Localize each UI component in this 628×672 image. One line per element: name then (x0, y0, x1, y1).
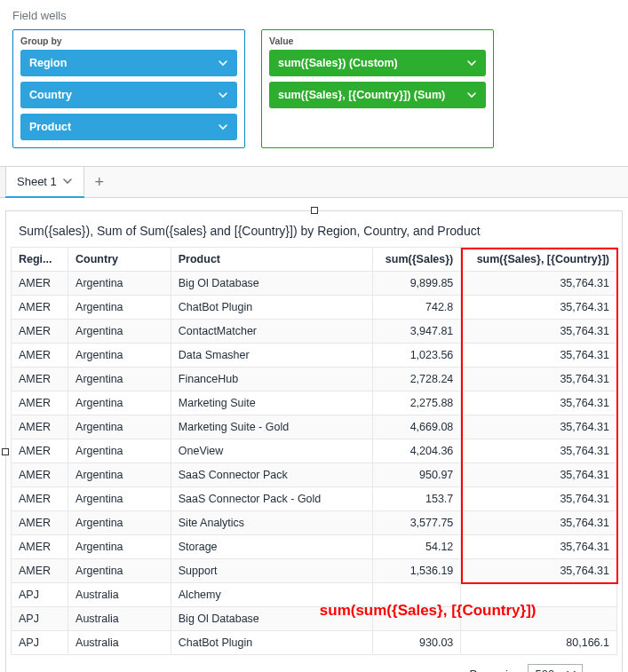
cell-country: Australia (68, 631, 171, 655)
resize-handle-top[interactable] (311, 207, 318, 214)
col-header-sum-sales[interactable]: sum({Sales}) (373, 248, 461, 272)
pager-first-icon[interactable]: « (590, 668, 600, 673)
cell-region: AMER (12, 487, 68, 511)
page-size-value: 500 (536, 668, 555, 672)
cell-country: Argentina (68, 391, 171, 415)
cell-country: Argentina (68, 415, 171, 439)
cell-sumSalesCountry (461, 607, 617, 631)
cell-sumSalesCountry: 35,764.31 (461, 559, 617, 583)
cell-country: Argentina (68, 559, 171, 583)
cell-sumSales: 3,947.81 (373, 320, 461, 344)
cell-sumSales: 3,577.75 (373, 511, 461, 535)
cell-sumSales: 950.97 (373, 463, 461, 487)
table-row[interactable]: AMERArgentinaSaaS Connector Pack - Gold1… (12, 487, 617, 511)
cell-region: AMER (12, 559, 68, 583)
cell-product: Big Ol Database (171, 272, 372, 296)
cell-product: Alchemy (171, 583, 372, 607)
table-row[interactable]: AMERArgentinaSaaS Connector Pack950.9735… (12, 463, 617, 487)
page-size-select[interactable]: 500 (528, 664, 583, 672)
group-pill-country[interactable]: Country (20, 82, 237, 108)
table-row[interactable]: AMERArgentinaSite Analytics3,577.7535,76… (12, 511, 617, 535)
cell-sumSales (373, 607, 461, 631)
cell-sumSalesCountry: 35,764.31 (461, 368, 617, 391)
cell-sumSalesCountry: 35,764.31 (461, 344, 617, 368)
table-row[interactable]: AMERArgentinaChatBot Plugin742.835,764.3… (12, 296, 617, 320)
cell-region: AMER (12, 415, 68, 439)
col-header-sum-sales-country[interactable]: sum({Sales}, [{Country}]) (461, 248, 617, 272)
cell-country: Argentina (68, 272, 171, 296)
sheet-tab-bar: Sheet 1 + (0, 166, 628, 198)
cell-sumSalesCountry: 35,764.31 (461, 487, 617, 511)
cell-sumSales: 1,023.56 (373, 344, 461, 368)
table-row[interactable]: AMERArgentinaFinanceHub2,728.2435,764.31 (12, 368, 617, 391)
group-pill-product[interactable]: Product (20, 114, 237, 140)
sheet-tab-label: Sheet 1 (17, 175, 57, 188)
col-header-product[interactable]: Product (171, 248, 372, 272)
chevron-down-icon (218, 90, 228, 100)
col-header-region[interactable]: Regi... (12, 248, 68, 272)
cell-sumSales: 4,204.36 (373, 439, 461, 463)
cell-region: AMER (12, 535, 68, 559)
cell-sumSalesCountry: 80,166.1 (461, 631, 617, 655)
value-pill-label: sum({Sales}) (Custom) (278, 57, 398, 69)
table-row[interactable]: APJAustraliaBig Ol Database (12, 607, 617, 631)
cell-region: AMER (12, 272, 68, 296)
cell-product: Data Smasher (171, 344, 372, 368)
cell-product: Big Ol Database (171, 607, 372, 631)
cell-product: FinanceHub (171, 368, 372, 391)
cell-country: Argentina (68, 463, 171, 487)
value-well: Value sum({Sales}) (Custom) sum({Sales},… (261, 29, 494, 148)
cell-region: AMER (12, 344, 68, 368)
cell-country: Argentina (68, 535, 171, 559)
col-header-country[interactable]: Country (68, 248, 171, 272)
table-row[interactable]: AMERArgentinaSupport1,536.1935,764.31 (12, 559, 617, 583)
pager-prev-icon[interactable]: ‹ (607, 668, 615, 673)
cell-region: AMER (12, 368, 68, 391)
cell-product: Marketing Suite (171, 391, 372, 415)
table-row[interactable]: AMERArgentinaMarketing Suite - Gold4,669… (12, 415, 617, 439)
cell-country: Argentina (68, 320, 171, 344)
value-pill-sum-sales-country[interactable]: sum({Sales}, [{Country}]) (Sum) (269, 82, 486, 108)
group-pill-label: Region (29, 57, 67, 69)
table-row[interactable]: AMERArgentinaBig Ol Database9,899.8535,7… (12, 272, 617, 296)
cell-sumSales: 2,728.24 (373, 368, 461, 391)
visual-container[interactable]: Sum({sales}), Sum of Sum({sales} and [{C… (5, 210, 623, 672)
cell-region: APJ (12, 607, 68, 631)
group-pill-label: Product (29, 121, 71, 133)
value-pill-sum-sales[interactable]: sum({Sales}) (Custom) (269, 50, 486, 76)
cell-product: ChatBot Plugin (171, 631, 372, 655)
value-header: Value (269, 36, 486, 50)
cell-sumSalesCountry: 35,764.31 (461, 511, 617, 535)
cell-region: AMER (12, 463, 68, 487)
table-row[interactable]: AMERArgentinaContactMatcher3,947.8135,76… (12, 320, 617, 344)
group-pill-region[interactable]: Region (20, 50, 237, 76)
pager: Page size 500 « ‹ (6, 655, 622, 672)
add-sheet-button[interactable]: + (84, 167, 115, 198)
cell-country: Argentina (68, 296, 171, 320)
cell-country: Argentina (68, 439, 171, 463)
cell-country: Australia (68, 607, 171, 631)
table-row[interactable]: AMERArgentinaMarketing Suite2,275.8835,7… (12, 391, 617, 415)
cell-product: Site Analytics (171, 511, 372, 535)
table-row[interactable]: APJAustraliaAlchemy (12, 583, 617, 607)
cell-sumSales: 54.12 (373, 535, 461, 559)
cell-country: Argentina (68, 487, 171, 511)
cell-region: AMER (12, 320, 68, 344)
resize-handle-left[interactable] (2, 448, 9, 455)
cell-sumSales: 153.7 (373, 487, 461, 511)
cell-region: AMER (12, 391, 68, 415)
chevron-down-icon (218, 58, 228, 68)
cell-sumSalesCountry: 35,764.31 (461, 320, 617, 344)
chevron-down-icon (62, 176, 73, 186)
table-row[interactable]: AMERArgentinaStorage54.1235,764.31 (12, 535, 617, 559)
group-by-well: Group by Region Country Product (12, 29, 245, 148)
cell-product: ContactMatcher (171, 320, 372, 344)
table-row[interactable]: AMERArgentinaData Smasher1,023.5635,764.… (12, 344, 617, 368)
sheet-tab[interactable]: Sheet 1 (5, 166, 84, 195)
table-row[interactable]: APJAustraliaChatBot Plugin930.0380,166.1 (12, 631, 617, 655)
cell-sumSales: 9,899.85 (373, 272, 461, 296)
table-row[interactable]: AMERArgentinaOneView4,204.3635,764.31 (12, 439, 617, 463)
cell-product: ChatBot Plugin (171, 296, 372, 320)
chevron-down-icon (218, 122, 228, 132)
cell-sumSalesCountry: 35,764.31 (461, 391, 617, 415)
